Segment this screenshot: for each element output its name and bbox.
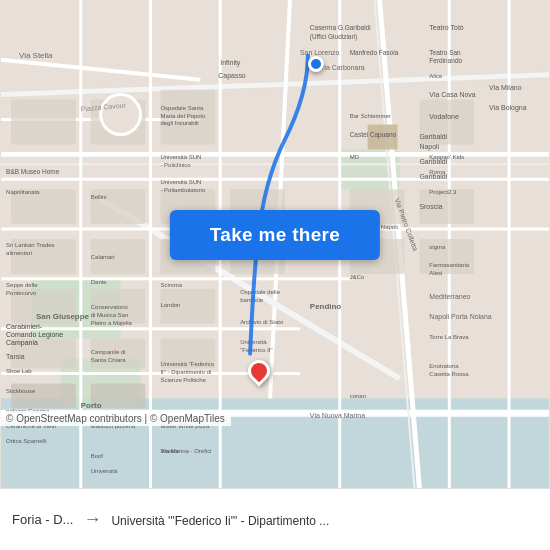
svg-text:Calamari: Calamari (91, 254, 115, 260)
svg-text:"Federico II": "Federico II" (240, 347, 272, 353)
svg-text:Manfredo Fasola: Manfredo Fasola (350, 49, 399, 56)
svg-text:Alesi: Alesi (429, 270, 442, 276)
map-copyright: © OpenStreetMap contributors | © OpenMap… (0, 411, 231, 426)
svg-text:MD: MD (350, 154, 360, 160)
svg-text:Caserma G.Garibaldi: Caserma G.Garibaldi (310, 24, 371, 31)
svg-text:Alastor: Alastor (160, 448, 179, 454)
svg-text:Via Bologna: Via Bologna (489, 104, 527, 112)
to-section: Università '"Federico Ii"' - Dipartiment… (111, 511, 538, 529)
svg-text:Università "Federico: Università "Federico (160, 361, 214, 367)
svg-text:Via Stella: Via Stella (19, 51, 53, 60)
svg-text:Università SUN: Università SUN (160, 154, 201, 160)
svg-text:Boof: Boof (91, 453, 104, 459)
svg-text:Garibaldi: Garibaldi (419, 158, 447, 165)
svg-text:Sroscia: Sroscia (419, 203, 442, 210)
svg-text:Seppe delle: Seppe delle (6, 282, 38, 288)
svg-text:- Poliambulatorio: - Poliambulatorio (160, 187, 205, 193)
svg-text:Comando Legione: Comando Legione (6, 331, 63, 339)
svg-text:Tarsia: Tarsia (6, 353, 25, 360)
origin-marker (308, 56, 324, 72)
svg-text:Infinity: Infinity (220, 59, 241, 67)
svg-text:J&Co: J&Co (350, 274, 365, 280)
svg-text:Università: Università (240, 339, 267, 345)
svg-text:Pontecorvo: Pontecorvo (6, 290, 37, 296)
svg-text:Scienze Politiche: Scienze Politiche (160, 377, 206, 383)
svg-text:Shoe Lab: Shoe Lab (6, 368, 32, 374)
svg-rect-29 (11, 100, 76, 145)
svg-text:Mediterraneo: Mediterraneo (429, 293, 470, 300)
to-label: Università '"Federico Ii"' - Dipartiment… (111, 514, 329, 528)
svg-text:Campanile di: Campanile di (91, 349, 126, 355)
svg-text:Napoli: Napoli (419, 143, 439, 151)
from-label: Foria - D... (12, 512, 73, 527)
svg-text:II" - Dipartimento di: II" - Dipartimento di (160, 369, 211, 375)
from-section: Foria - D... (12, 512, 73, 527)
svg-text:London: London (160, 302, 180, 308)
svg-text:Pendino: Pendino (310, 302, 342, 311)
svg-text:Teatro San: Teatro San (429, 49, 461, 56)
bottom-navigation-bar: Foria - D... → Università '"Federico Ii"… (0, 488, 550, 550)
svg-text:Archivio di Stato: Archivio di Stato (240, 319, 284, 325)
svg-text:Ospedale delle: Ospedale delle (240, 289, 281, 295)
svg-text:Project2.3: Project2.3 (429, 189, 457, 195)
app-container: Via Stella Piazza Cavour Via Carbonara S… (0, 0, 550, 550)
svg-text:Napolitanata: Napolitanata (6, 189, 40, 195)
svg-text:Teatro Totò: Teatro Totò (429, 24, 463, 31)
svg-text:alimentari: alimentari (6, 250, 32, 256)
svg-text:Vodafone: Vodafone (429, 114, 459, 121)
take-me-there-overlay: Take me there (170, 210, 380, 260)
svg-text:(Uffici Giudiziari): (Uffici Giudiziari) (310, 33, 357, 41)
svg-text:Garibaldi: Garibaldi (419, 133, 447, 140)
svg-text:sigma: sigma (429, 244, 446, 250)
svg-text:Porto: Porto (81, 401, 102, 410)
svg-text:Ferdinando: Ferdinando (429, 57, 462, 64)
svg-text:San Lorenzo: San Lorenzo (300, 49, 340, 56)
svg-text:di Musica San: di Musica San (91, 312, 129, 318)
svg-text:Enotratoria: Enotratoria (429, 363, 459, 369)
svg-text:- Policlinico: - Policlinico (160, 162, 191, 168)
svg-text:degli Incurabili: degli Incurabili (160, 120, 198, 126)
svg-text:Stickhouse: Stickhouse (6, 388, 36, 394)
svg-text:Via Nuova Marina: Via Nuova Marina (310, 412, 365, 419)
svg-text:Alice: Alice (429, 73, 443, 79)
svg-text:Campania: Campania (6, 339, 38, 347)
svg-text:Carabinieri-: Carabinieri- (6, 323, 43, 330)
svg-text:Università SUN: Università SUN (160, 179, 201, 185)
arrow-right-icon: → (83, 509, 101, 530)
svg-point-53 (101, 95, 141, 135)
svg-text:Pietro a Majella: Pietro a Majella (91, 320, 133, 326)
map-area: Via Stella Piazza Cavour Via Carbonara S… (0, 0, 550, 488)
svg-text:Casetta Rossa: Casetta Rossa (429, 371, 469, 377)
svg-text:Maria del Popolo: Maria del Popolo (160, 113, 205, 119)
svg-text:Capasso: Capasso (218, 72, 246, 80)
svg-rect-51 (11, 383, 76, 408)
svg-text:Torre La Brava: Torre La Brava (429, 334, 469, 340)
svg-rect-44 (419, 239, 474, 274)
svg-text:Via Milano: Via Milano (489, 84, 522, 91)
svg-text:Ospedale Santa: Ospedale Santa (160, 105, 203, 111)
svg-text:Dante: Dante (91, 279, 108, 285)
svg-text:Scimma: Scimma (160, 282, 182, 288)
svg-text:Conservatorio: Conservatorio (91, 304, 129, 310)
svg-text:Napoli Porta Nolana: Napoli Porta Nolana (429, 313, 491, 321)
svg-text:Università: Università (91, 468, 118, 474)
svg-text:Santa Chiara: Santa Chiara (91, 357, 127, 363)
svg-text:B&B Museo Home: B&B Museo Home (6, 168, 60, 175)
svg-text:Bar Schlemmer: Bar Schlemmer (350, 113, 391, 119)
svg-text:Via Carbonara: Via Carbonara (320, 64, 365, 71)
svg-text:Garibaldi: Garibaldi (419, 173, 447, 180)
svg-text:Castel Capuano: Castel Capuano (350, 131, 397, 139)
svg-text:Ottica Sparnelli: Ottica Sparnelli (6, 438, 46, 444)
svg-text:Sri Lankan Trades: Sri Lankan Trades (6, 242, 54, 248)
svg-text:Via Casa Nova: Via Casa Nova (429, 91, 475, 98)
svg-text:San Giuseppe: San Giuseppe (36, 312, 90, 321)
svg-text:Farmasanitaria: Farmasanitaria (429, 262, 469, 268)
svg-text:Bellini: Bellini (91, 194, 107, 200)
svg-text:conan: conan (350, 393, 366, 399)
take-me-there-button[interactable]: Take me there (170, 210, 380, 260)
